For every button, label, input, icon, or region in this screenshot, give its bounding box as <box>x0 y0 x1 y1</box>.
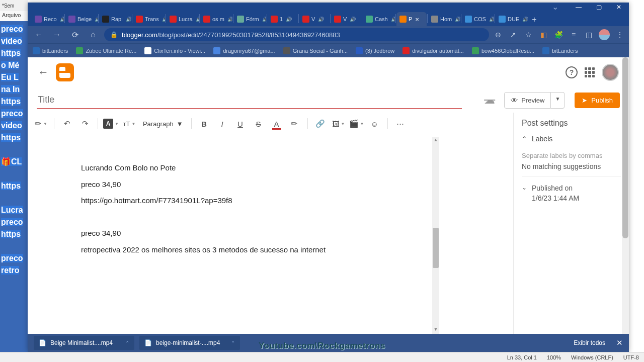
eye-icon: 👁 <box>511 96 518 105</box>
extensions-icon[interactable]: 🧩 <box>553 30 564 40</box>
browser-tab[interactable]: Fórm🔊 <box>234 12 266 26</box>
font-button[interactable]: A▼ <box>103 116 119 131</box>
help-icon[interactable]: ? <box>566 66 578 78</box>
compose-mode-button[interactable]: ✎▼ <box>34 116 49 131</box>
strike-button[interactable]: S <box>251 116 266 131</box>
browser-tab[interactable]: Rapi🔊 <box>99 12 131 26</box>
download-item[interactable]: 📄beige-minimalist-....mp4⌃ <box>139 336 240 350</box>
browser-tab[interactable]: Trans🔊 <box>133 12 165 26</box>
tab-label: Lucra <box>179 16 193 22</box>
minimize-button[interactable]: — <box>569 3 589 11</box>
maximize-button[interactable]: ▢ <box>589 3 609 11</box>
editor-scrollbar[interactable]: ▲ ▼ <box>432 137 439 334</box>
download-item[interactable]: 📄Beige Minimalist....mp4⌃ <box>34 336 134 350</box>
main-area: ✎▼ ↶ ↷ A▼ тT▼ Paragraph ▼ B I U S A ✎ <box>28 113 629 334</box>
reading-list-icon[interactable]: ≡ <box>569 30 579 40</box>
editor-content[interactable]: Lucrando Com Bolo no Potepreco 34,90http… <box>72 137 439 334</box>
action-row: ☁ 👁 Preview ▼ ➤ Publish <box>28 87 629 113</box>
show-all-downloads[interactable]: Exibir todos <box>574 339 605 346</box>
favicon-icon <box>499 16 506 23</box>
status-position: Ln 33, Col 1 <box>507 354 537 360</box>
bookmark-item[interactable]: ClixTen.info - Viewi... <box>144 47 205 54</box>
chevron-up-icon[interactable]: ⌃ <box>231 340 235 346</box>
underline-button[interactable]: U <box>233 116 248 131</box>
close-button[interactable]: ✕ <box>609 3 629 11</box>
app-back-button[interactable]: ← <box>38 66 49 79</box>
paragraph-select[interactable]: Paragraph ▼ <box>140 120 186 128</box>
bookmark-item[interactable]: (3) Jedbrow <box>356 47 394 54</box>
editor-scroll-thumb[interactable] <box>433 228 439 268</box>
account-avatar-icon[interactable] <box>602 64 619 81</box>
app-scroll-thumb[interactable] <box>622 57 628 238</box>
zoom-icon[interactable]: ⊖ <box>493 30 503 40</box>
blogger-logo-icon[interactable] <box>56 63 74 81</box>
google-apps-icon[interactable] <box>585 67 595 77</box>
font-size-button[interactable]: тT▼ <box>122 116 137 131</box>
bookmark-item[interactable]: bitLanders <box>542 47 578 54</box>
browser-tab[interactable]: V🔊 <box>299 12 330 26</box>
bookmark-item[interactable]: bow456GlobalResu... <box>472 47 534 54</box>
bold-button[interactable]: B <box>197 116 212 131</box>
more-button[interactable]: ⋯ <box>393 116 408 131</box>
text-color-button[interactable]: A <box>269 116 284 131</box>
chevron-up-icon[interactable]: ⌃ <box>125 340 129 346</box>
browser-tab[interactable]: os m🔊 <box>200 12 232 26</box>
preview-dropdown[interactable]: ▼ <box>551 92 565 109</box>
title-input[interactable] <box>37 92 462 109</box>
status-zoom: 100% <box>547 354 561 360</box>
browser-tab[interactable]: Cash🔊 <box>363 12 395 26</box>
bookmark-label: bitLanders <box>42 48 68 54</box>
emoji-button[interactable]: ☺ <box>367 116 382 131</box>
labels-toggle[interactable]: ⌃ Labels <box>522 135 621 143</box>
tab-dropdown-icon[interactable]: ⌄ <box>552 2 558 12</box>
new-tab-button[interactable]: + <box>528 13 541 26</box>
profile-avatar-icon[interactable] <box>599 29 610 40</box>
favicon-icon <box>431 16 438 23</box>
editor-column: ✎▼ ↶ ↷ A▼ тT▼ Paragraph ▼ B I U S A ✎ <box>28 113 513 334</box>
bookmark-item[interactable]: divulgador automát... <box>403 47 464 54</box>
tab-close-icon[interactable]: × <box>415 16 419 23</box>
tab-label: Hom <box>440 16 452 22</box>
url-input[interactable]: 🔒 blogger.com/blog/post/edit/24770199250… <box>104 28 489 41</box>
forward-button[interactable]: → <box>50 28 64 42</box>
menu-icon[interactable]: ⋮ <box>615 30 625 40</box>
browser-tab[interactable]: DUE🔊 <box>496 12 528 26</box>
italic-button[interactable]: I <box>215 116 230 131</box>
publish-button[interactable]: ➤ Publish <box>575 93 620 108</box>
undo-button[interactable]: ↶ <box>59 116 74 131</box>
browser-tab[interactable]: 1🔊 <box>268 12 298 26</box>
browser-tab[interactable]: Beige🔊 <box>65 12 98 26</box>
bookmark-item[interactable]: Grana Social - Ganh... <box>283 47 348 54</box>
redo-button[interactable]: ↷ <box>77 116 93 131</box>
link-button[interactable]: 🔗 <box>313 116 328 131</box>
bookmark-label: divulgador automát... <box>412 48 464 54</box>
bookmark-item[interactable]: bitLanders <box>33 47 68 54</box>
published-section[interactable]: ⌄ Published on 1/6/23 1:44 AM <box>522 184 621 202</box>
star-icon[interactable]: ☆ <box>523 30 533 40</box>
home-button[interactable]: ⌂ <box>86 28 100 42</box>
tab-label: Rapi <box>111 16 123 22</box>
bookmark-item[interactable]: Zubee Ultimate Re... <box>76 47 136 54</box>
bookmark-favicon-icon <box>542 47 549 54</box>
ext-icon-1[interactable]: ◧ <box>538 30 548 40</box>
preview-button[interactable]: 👁 Preview <box>504 92 551 109</box>
close-downloads-icon[interactable]: ✕ <box>616 338 623 347</box>
browser-tab[interactable]: Hom🔊 <box>428 12 460 26</box>
browser-tab[interactable]: P× <box>396 12 427 26</box>
app-scrollbar[interactable] <box>622 57 629 334</box>
browser-tab[interactable]: Lucra🔊 <box>167 12 199 26</box>
video-button[interactable]: 🎬▼ <box>349 116 364 131</box>
browser-tab[interactable]: Reco🔊 <box>32 12 64 26</box>
browser-tab[interactable]: COS🔊 <box>462 12 494 26</box>
sidepanel-icon[interactable]: ◫ <box>584 30 594 40</box>
bookmark-favicon-icon <box>76 47 83 54</box>
bookmark-item[interactable]: dragonryu67@gma... <box>213 47 275 54</box>
share-icon[interactable]: ↗ <box>508 30 518 40</box>
back-button[interactable]: ← <box>32 28 46 42</box>
highlight-button[interactable]: ✎ <box>287 116 302 131</box>
reload-button[interactable]: ⟳ <box>68 28 82 42</box>
blogger-app: ← ? ☁ 👁 Preview ▼ ➤ Publish <box>28 57 629 334</box>
browser-tab[interactable]: V🔊 <box>331 12 361 26</box>
bookmark-favicon-icon <box>283 47 290 54</box>
image-button[interactable]: 🖼▼ <box>331 116 346 131</box>
